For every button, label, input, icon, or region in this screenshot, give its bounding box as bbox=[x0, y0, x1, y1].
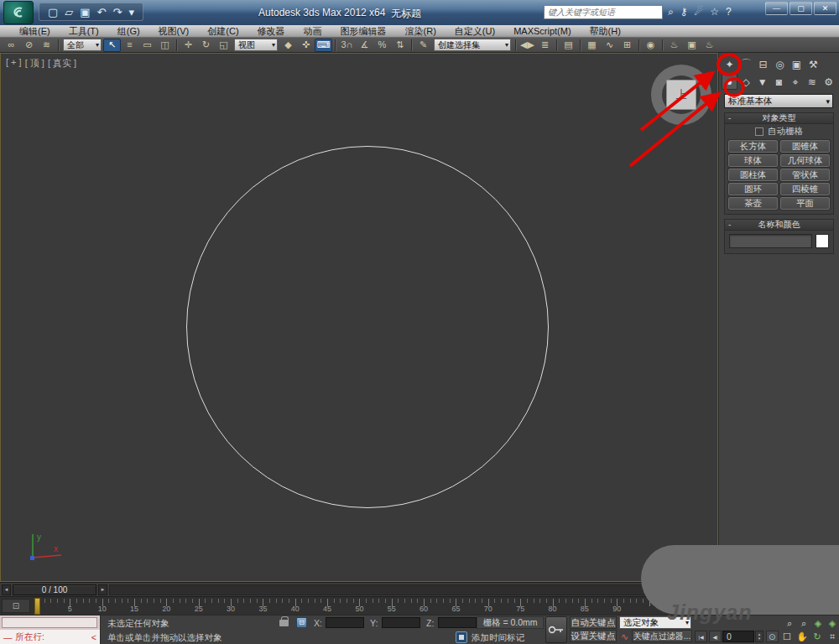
select-by-name-icon[interactable]: ≡ bbox=[121, 39, 138, 52]
object-type-button[interactable]: 球体 bbox=[728, 154, 778, 167]
select-and-link-icon[interactable]: ∞ bbox=[3, 39, 20, 52]
helpers-category-icon[interactable]: ⌖ bbox=[788, 74, 804, 90]
name-color-rollout-header[interactable]: - 名称和颜色 bbox=[725, 220, 833, 231]
zoom-extents-icon[interactable]: ◈ bbox=[811, 616, 825, 630]
auto-key-button[interactable]: 自动关键点 bbox=[570, 616, 617, 629]
maximize-button[interactable]: ▢ bbox=[789, 2, 812, 15]
viewcube-top-face[interactable]: 上 bbox=[666, 80, 696, 110]
modify-tab-icon[interactable]: ⌒ bbox=[738, 56, 754, 72]
menu-item[interactable]: 帮助(H) bbox=[581, 25, 630, 38]
schematic-view-icon[interactable]: ⊞ bbox=[618, 39, 636, 52]
application-menu-button[interactable] bbox=[3, 1, 34, 24]
frame-spinner[interactable]: ▴ ▾ bbox=[755, 631, 763, 642]
menu-item[interactable]: 工具(T) bbox=[60, 25, 108, 38]
orbit-icon[interactable]: ↻ bbox=[810, 630, 824, 643]
previous-frame-button[interactable]: ◀| bbox=[709, 631, 722, 642]
search-icon[interactable]: ⌕ bbox=[668, 5, 674, 19]
layer-manager-icon[interactable]: ▤ bbox=[560, 39, 577, 52]
rendered-frame-window-icon[interactable]: ▣ bbox=[683, 39, 701, 52]
listener-expand-arrow[interactable]: < bbox=[91, 632, 96, 642]
pan-view-icon[interactable]: ✋ bbox=[795, 630, 809, 643]
percent-snap-icon[interactable]: % bbox=[373, 39, 391, 52]
snaps-toggle-3d-icon[interactable]: 3∩ bbox=[338, 39, 356, 52]
object-type-button[interactable]: 管状体 bbox=[780, 169, 830, 181]
save-file-icon[interactable]: ▣ bbox=[80, 7, 90, 18]
zoom-all-icon[interactable]: ⌕ bbox=[797, 616, 810, 630]
hierarchy-tab-icon[interactable]: ⊟ bbox=[755, 56, 771, 72]
set-key-button[interactable]: 设置关键点 bbox=[570, 630, 617, 642]
menu-item[interactable]: 编辑(E) bbox=[10, 25, 60, 38]
angle-snap-icon[interactable]: ∡ bbox=[356, 39, 373, 52]
track-bar[interactable]: ⊡ 051015202530354045505560657075808590 bbox=[0, 596, 718, 615]
object-color-swatch[interactable] bbox=[816, 234, 829, 248]
y-coordinate-field[interactable] bbox=[382, 617, 420, 628]
select-and-rotate-icon[interactable]: ↻ bbox=[197, 39, 215, 52]
primitive-category-dropdown[interactable]: 标准基本体 bbox=[724, 94, 833, 108]
motion-tab-icon[interactable]: ◎ bbox=[772, 56, 788, 72]
object-type-rollout-header[interactable]: - 对象类型 bbox=[725, 113, 833, 124]
utilities-tab-icon[interactable]: ⚒ bbox=[805, 56, 821, 72]
viewport-menu-view[interactable]: [ 顶 ] bbox=[25, 57, 44, 70]
keyboard-shortcut-override-icon[interactable]: ⌨ bbox=[315, 39, 332, 52]
use-pivot-point-icon[interactable]: ◆ bbox=[279, 39, 297, 52]
display-tab-icon[interactable]: ▣ bbox=[789, 56, 805, 72]
search-input[interactable] bbox=[545, 8, 662, 17]
top-viewport[interactable]: [ + ] [ 顶 ] [ 真实 ] 上 y x bbox=[0, 53, 718, 582]
lights-category-icon[interactable]: ▼ bbox=[754, 74, 770, 90]
spinner-down-icon[interactable]: ▾ bbox=[758, 636, 761, 641]
minimize-button[interactable]: — bbox=[765, 2, 788, 15]
object-type-button[interactable]: 四棱锥 bbox=[780, 183, 830, 195]
key-filters-button[interactable]: 关键点过滤器... bbox=[632, 630, 692, 642]
object-type-button[interactable]: 圆锥体 bbox=[780, 140, 830, 153]
selection-lock-icon[interactable] bbox=[279, 620, 289, 626]
maximize-viewport-toggle-icon[interactable]: ⌗ bbox=[826, 630, 839, 643]
maxscript-listener-line[interactable]: — 所在行: < bbox=[0, 630, 101, 644]
toolbar-options-icon[interactable]: ▾ bbox=[128, 7, 134, 18]
menu-item[interactable]: 渲染(R) bbox=[396, 25, 446, 38]
mirror-icon[interactable]: ◀▶ bbox=[519, 39, 536, 52]
menu-item[interactable]: 组(G) bbox=[108, 25, 149, 38]
spinner-snap-icon[interactable]: ⇅ bbox=[391, 39, 409, 52]
cameras-category-icon[interactable]: ◙ bbox=[771, 74, 787, 90]
menu-item[interactable]: 创建(C) bbox=[198, 25, 248, 38]
systems-category-icon[interactable]: ⚙ bbox=[821, 74, 836, 90]
menu-item[interactable]: 视图(V) bbox=[149, 25, 199, 38]
set-keys-button[interactable] bbox=[545, 616, 567, 643]
object-type-button[interactable]: 长方体 bbox=[728, 140, 778, 153]
menu-item[interactable]: 图形编辑器 bbox=[331, 25, 396, 38]
select-and-move-icon[interactable]: ✛ bbox=[180, 39, 197, 52]
scene-circle-object[interactable] bbox=[186, 146, 549, 508]
add-time-tag-button[interactable]: 添加时间标记 bbox=[472, 632, 524, 644]
open-file-icon[interactable]: ▱ bbox=[65, 7, 73, 18]
default-tangent-icon[interactable]: ∿ bbox=[619, 631, 630, 642]
object-type-button[interactable]: 几何球体 bbox=[780, 154, 830, 167]
render-setup-icon[interactable]: ♨ bbox=[665, 39, 683, 52]
unlink-selection-icon[interactable]: ⊘ bbox=[20, 39, 38, 52]
selection-filter-dropdown[interactable]: 全部 bbox=[63, 39, 102, 51]
window-crossing-icon[interactable]: ◫ bbox=[156, 39, 174, 52]
time-step-back-button[interactable]: ◂ bbox=[2, 584, 11, 595]
trackbar-frame-handle[interactable] bbox=[34, 598, 40, 615]
create-tab-icon[interactable]: ✦ bbox=[722, 56, 737, 72]
time-slider-track[interactable] bbox=[109, 584, 717, 595]
go-to-start-button[interactable]: |◀ bbox=[695, 631, 707, 642]
autogrid-checkbox[interactable] bbox=[755, 127, 763, 136]
time-step-forward-button[interactable]: ▸ bbox=[98, 584, 107, 595]
key-mode-toggle-button[interactable]: ⊙ bbox=[766, 631, 779, 642]
rollout-collapse-icon[interactable]: - bbox=[728, 220, 731, 229]
graphite-modeling-tools-icon[interactable]: ▦ bbox=[583, 39, 601, 52]
viewport-menu-plus[interactable]: [ + ] bbox=[6, 57, 22, 70]
curve-editor-icon[interactable]: ∿ bbox=[601, 39, 618, 52]
rectangular-selection-region-icon[interactable]: ▭ bbox=[138, 39, 156, 52]
material-editor-icon[interactable]: ◉ bbox=[642, 39, 659, 52]
redo-icon[interactable]: ↷ bbox=[113, 7, 122, 18]
communication-center-icon[interactable]: ☄ bbox=[695, 5, 704, 19]
favorites-star-icon[interactable]: ☆ bbox=[710, 5, 719, 19]
current-frame-field[interactable]: 0 bbox=[722, 631, 754, 642]
named-selection-sets-dropdown[interactable]: 创建选择集 bbox=[434, 39, 511, 51]
close-button[interactable]: ✕ bbox=[814, 2, 836, 15]
object-name-input[interactable] bbox=[729, 234, 812, 248]
open-mini-curve-editor-button[interactable]: ⊡ bbox=[2, 599, 30, 613]
align-icon[interactable]: ≣ bbox=[536, 39, 554, 52]
new-scene-icon[interactable]: ▢ bbox=[48, 7, 58, 18]
